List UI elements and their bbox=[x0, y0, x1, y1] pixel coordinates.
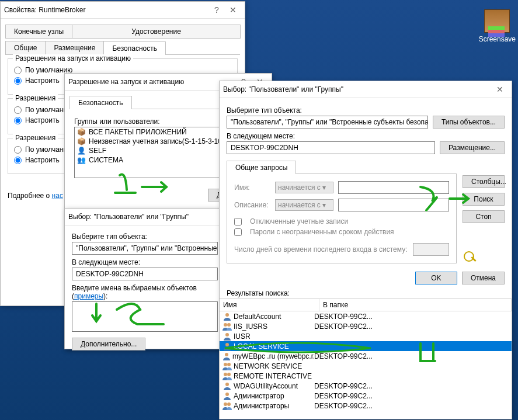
radio-default-1[interactable] bbox=[14, 67, 22, 74]
label-location: В следующем месте: bbox=[227, 132, 505, 140]
result-row[interactable]: NETWORK SERVICE bbox=[220, 361, 512, 371]
result-row[interactable]: IUSR bbox=[220, 331, 512, 341]
user-icon bbox=[222, 332, 232, 341]
label-object-type: Выберите тип объекта: bbox=[227, 106, 505, 114]
tab-general[interactable]: Общие bbox=[5, 41, 46, 54]
package-icon: 📦 bbox=[77, 137, 86, 145]
search-button[interactable]: Поиск bbox=[463, 193, 505, 206]
location-field: DESKTOP-99C2DNH bbox=[72, 268, 218, 280]
result-row[interactable]: IIS_IUSRSDESKTOP-99C2... bbox=[220, 321, 512, 331]
close-button[interactable]: ✕ bbox=[225, 5, 241, 15]
group-icon bbox=[222, 401, 232, 411]
object-types-button[interactable]: Типы объектов... bbox=[433, 116, 505, 129]
tab-identity[interactable]: Удостоверение bbox=[72, 25, 241, 39]
svg-point-4 bbox=[225, 343, 229, 346]
svg-point-9 bbox=[227, 373, 231, 376]
close-button[interactable]: ✕ bbox=[492, 85, 508, 94]
location-field: DESKTOP-99C2DNH bbox=[227, 141, 435, 154]
desc-match-select[interactable]: начинается с ▾ bbox=[275, 199, 333, 211]
group-perm-legend-3: Разрешения bbox=[13, 134, 58, 142]
svg-point-7 bbox=[227, 363, 231, 366]
object-type-field: "Пользователи", "Группы" или "Встроенные… bbox=[227, 116, 428, 129]
desktop-icon-label: Screensave bbox=[479, 35, 516, 43]
object-type-field: "Пользователи", "Группы" или "Встроенные… bbox=[72, 242, 218, 255]
group-perm-legend-2: Разрешения bbox=[13, 94, 58, 102]
results-list[interactable]: DefaultAccountDESKTOP-99C2...IIS_IUSRSDE… bbox=[220, 311, 512, 414]
label-results: Результаты поиска: bbox=[227, 289, 505, 297]
desktop-icon-screensave[interactable]: Screensave bbox=[479, 9, 516, 43]
label-days: Число дней со времени последнего входа в… bbox=[234, 245, 408, 254]
radio-custom-1[interactable] bbox=[14, 77, 22, 85]
chk-neverexpire[interactable] bbox=[234, 228, 242, 236]
svg-point-8 bbox=[224, 373, 227, 376]
results-header: Имя В папке bbox=[220, 299, 512, 311]
result-row[interactable]: DefaultAccountDESKTOP-99C2... bbox=[220, 311, 512, 321]
svg-point-5 bbox=[225, 353, 228, 356]
chk-disabled[interactable] bbox=[234, 218, 242, 225]
svg-point-2 bbox=[227, 323, 231, 327]
svg-point-3 bbox=[225, 333, 229, 336]
name-input[interactable] bbox=[338, 181, 449, 194]
footer-more: Подробнее о bbox=[8, 192, 52, 200]
radio-custom-2[interactable] bbox=[14, 117, 22, 124]
group-icon bbox=[222, 362, 232, 371]
svg-point-1 bbox=[224, 323, 227, 327]
group-icon: 👥 bbox=[77, 156, 86, 164]
link-examples[interactable]: примеры bbox=[74, 292, 103, 300]
col-folder[interactable]: В папке bbox=[319, 299, 512, 311]
radio-custom-3[interactable] bbox=[14, 157, 22, 164]
col-name[interactable]: Имя bbox=[220, 299, 319, 311]
user-icon bbox=[222, 381, 232, 391]
svg-point-0 bbox=[225, 313, 229, 317]
window-select-users-large: Выбор: "Пользователи" или "Группы" ✕ Выб… bbox=[219, 81, 512, 419]
result-row[interactable]: LOCAL SERVICE bbox=[220, 341, 512, 351]
ok-button[interactable]: OK bbox=[415, 272, 457, 284]
svg-point-13 bbox=[227, 402, 231, 406]
names-field[interactable] bbox=[72, 301, 218, 332]
package-icon: 📦 bbox=[77, 128, 86, 136]
svg-point-10 bbox=[225, 383, 229, 386]
tab-endpoints[interactable]: Конечные узлы bbox=[5, 25, 72, 39]
label-desc: Описание: bbox=[234, 201, 270, 209]
winrar-icon bbox=[484, 9, 510, 33]
result-row[interactable]: WDAGUtilityAccountDESKTOP-99C2... bbox=[220, 381, 512, 391]
tab-common-queries[interactable]: Общие запросы bbox=[227, 161, 296, 174]
result-row[interactable]: REMOTE INTERACTIVE ... bbox=[220, 371, 512, 381]
window-title: Выбор: "Пользователи" или "Группы" bbox=[223, 85, 492, 93]
stop-button[interactable]: Стоп bbox=[463, 210, 505, 223]
help-button[interactable]: ? bbox=[208, 5, 225, 15]
result-row[interactable]: АдминистраторDESKTOP-99C2... bbox=[220, 391, 512, 401]
group-icon bbox=[222, 322, 232, 331]
window-select-users-small: Выбор: "Пользователи" или "Группы" Выбер… bbox=[64, 208, 221, 349]
desc-input[interactable] bbox=[338, 199, 449, 211]
window-title: Выбор: "Пользователи" или "Группы" bbox=[68, 213, 217, 221]
tab-security[interactable]: Безопасность bbox=[69, 96, 132, 109]
location-button[interactable]: Размещение... bbox=[440, 141, 505, 154]
user-icon bbox=[222, 391, 232, 401]
window-title: Разрешение на запуск и активацию bbox=[68, 78, 235, 86]
result-row[interactable]: АдминистраторыDESKTOP-99C2... bbox=[220, 401, 512, 411]
group-launch-legend: Разрешения на запуск и активацию bbox=[13, 54, 133, 63]
window-title: Свойства: RuntimeBroker bbox=[4, 6, 208, 14]
radio-default-3[interactable] bbox=[14, 146, 22, 154]
tab-placement[interactable]: Размещение bbox=[45, 41, 104, 54]
label-location: В следующем месте: bbox=[72, 258, 213, 266]
user-icon bbox=[222, 342, 232, 351]
label-name: Имя: bbox=[234, 183, 270, 192]
result-row[interactable]: myWEBpc .ru (mywebpc.r...DESKTOP-99C2... bbox=[220, 351, 512, 361]
footer-link[interactable]: нас bbox=[52, 192, 63, 200]
tab-security[interactable]: Безопасность bbox=[103, 41, 166, 55]
svg-point-12 bbox=[224, 402, 227, 406]
svg-point-11 bbox=[225, 393, 229, 396]
label-object-type: Выберите тип объекта: bbox=[72, 232, 213, 241]
days-spinner[interactable] bbox=[413, 243, 449, 256]
cancel-button[interactable]: Отмена bbox=[462, 272, 505, 284]
user-icon: 👤 bbox=[77, 147, 86, 155]
group-icon bbox=[222, 372, 232, 381]
user-icon bbox=[222, 352, 231, 361]
name-match-select[interactable]: начинается с ▾ bbox=[275, 182, 333, 193]
columns-button[interactable]: Столбцы... bbox=[463, 175, 505, 188]
svg-point-6 bbox=[224, 363, 227, 366]
radio-default-2[interactable] bbox=[14, 106, 22, 114]
advanced-button[interactable]: Дополнительно... bbox=[72, 338, 145, 350]
